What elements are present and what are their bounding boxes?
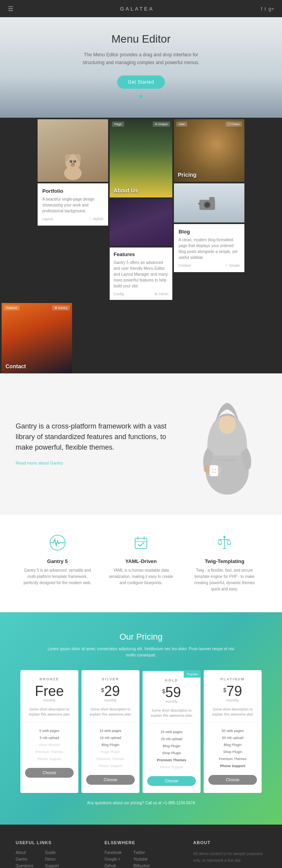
- portfolio-tag: Layout: [42, 217, 53, 221]
- svg-point-4: [67, 156, 79, 169]
- feature-twig: Twig-Templating Twig - a flexible, fast,…: [189, 534, 260, 592]
- pricing-card-bronze: BRONZE Free monthly Some short descripti…: [20, 670, 78, 793]
- hamburger-icon[interactable]: ☰: [8, 5, 13, 13]
- footer-link-twitter[interactable]: Twitter: [134, 850, 150, 855]
- twitter-icon[interactable]: t: [265, 6, 266, 12]
- svg-point-22: [215, 472, 216, 473]
- silver-plan-name: SILVER: [86, 677, 135, 681]
- features-card-title: Features: [114, 251, 168, 257]
- hero-title: Menu Editor: [8, 33, 274, 45]
- platinum-features: 50 web pages50 mb uploadBlog PluginShop …: [208, 727, 257, 769]
- bronze-plan-name: BRONZE: [25, 677, 74, 681]
- footer-link-about[interactable]: About: [16, 850, 33, 855]
- contact-gantry-tag: ⚙ Gantry: [52, 305, 70, 310]
- blog-card-title: Blog: [179, 229, 240, 235]
- svg-rect-18: [210, 465, 218, 476]
- footer-link-support[interactable]: Support: [45, 864, 59, 868]
- gold-desc: Some short description to explain this a…: [147, 708, 196, 724]
- facebook-icon[interactable]: f: [261, 6, 262, 12]
- footer-about: About All demo content is for sample pur…: [193, 840, 266, 868]
- calendar-check-icon: [106, 534, 176, 553]
- platinum-desc: Some short description to explain this a…: [208, 707, 257, 723]
- footer-link-questions[interactable]: Questions: [16, 864, 33, 868]
- bronze-period: monthly: [25, 698, 74, 702]
- footer-useful-links-title: Useful Links: [16, 840, 89, 845]
- portfolio-item-pricing[interactable]: Sale ☐ Clean Pricing: [174, 119, 244, 182]
- feature-yaml: YAML-Driven YAML is a human-readable dat…: [106, 534, 176, 592]
- platinum-plan-name: PLATINUM: [208, 677, 257, 681]
- scales-icon: [189, 534, 260, 553]
- social-icons: f t g+: [261, 6, 274, 12]
- pricing-clean-tag: ☐ Clean: [226, 122, 242, 127]
- footer-link-github[interactable]: Github: [105, 864, 122, 868]
- svg-point-16: [219, 414, 236, 434]
- pricing-description: Lorem ipsum dolor sit amet, consectetur …: [43, 646, 239, 658]
- about-unique-tag: ♦ Unique: [153, 122, 170, 127]
- svg-rect-14: [198, 203, 201, 204]
- portfolio-item-contact[interactable]: Feature ⚙ Gantry Contact: [2, 303, 72, 373]
- feature-twig-title: Twig-Templating: [189, 558, 260, 564]
- footer-link-bitbucket[interactable]: Bitbucket: [134, 864, 150, 868]
- silver-price: $29: [86, 684, 135, 698]
- hero-dot: [139, 95, 143, 98]
- portfolio-grid: Portfolio A beautiful single-page design…: [0, 118, 282, 301]
- footer-link-facebook[interactable]: Facebook: [105, 850, 122, 855]
- svg-rect-13: [209, 197, 215, 201]
- footer-links: Useful Links About Gantry Questions Guid…: [0, 825, 282, 868]
- svg-point-19: [212, 469, 214, 470]
- blog-tag: Content: [179, 264, 191, 267]
- footer-link-gantry[interactable]: Gantry: [16, 857, 33, 861]
- popular-badge: Popular: [184, 671, 201, 678]
- feature-twig-desc: Twig - a flexible, fast, and secure temp…: [189, 567, 260, 592]
- features-card-desc: Gantry 5 offers an advanced and user fri…: [114, 260, 168, 289]
- site-logo: GALATEA: [120, 6, 154, 12]
- contact-label: Contact: [5, 363, 26, 369]
- gantry-text: Gantry is a cross-platform framework wit…: [16, 421, 180, 466]
- feature-yaml-title: YAML-Driven: [106, 558, 176, 564]
- gold-choose-button[interactable]: Choose: [147, 776, 196, 786]
- features-section: Gantry 5 Gantry 5 is an advanced, versat…: [0, 514, 282, 612]
- gold-plan-name: GOLD: [147, 678, 196, 682]
- about-tag: Page: [112, 122, 124, 127]
- features-badge: ⚙ Admin: [154, 292, 168, 296]
- platinum-choose-button[interactable]: Choose: [208, 775, 257, 785]
- pricing-card-silver: SILVER $29 monthly Some short descriptio…: [81, 670, 139, 793]
- footer-about-text: All demo content is for sample purposes …: [193, 850, 266, 868]
- svg-point-20: [215, 469, 216, 470]
- portfolio-card-title: Portfolio: [42, 188, 103, 194]
- svg-point-9: [71, 163, 75, 165]
- gantry-section: Gantry is a cross-platform framework wit…: [0, 373, 282, 514]
- svg-point-8: [74, 160, 75, 161]
- pricing-tag: Sale: [176, 122, 187, 127]
- portfolio-item-dog[interactable]: [38, 119, 108, 182]
- hero-section: Menu Editor The Menu Editor provides a d…: [0, 17, 282, 118]
- gplus-icon[interactable]: g+: [268, 6, 274, 12]
- footer-link-guide[interactable]: Guide: [45, 850, 59, 855]
- pricing-card-gold: Popular GOLD $59 monthly Some short desc…: [143, 670, 201, 793]
- silver-choose-button[interactable]: Choose: [86, 775, 135, 785]
- portfolio-item-security[interactable]: [174, 183, 244, 222]
- contact-feature-tag: Feature: [4, 305, 20, 310]
- silver-period: monthly: [86, 698, 135, 702]
- pricing-label: Pricing: [178, 172, 196, 178]
- silver-features: 15 web pages15 mb uploadBlog PluginPage …: [86, 727, 135, 769]
- silver-desc: Some short description to explain this a…: [86, 707, 135, 723]
- footer-link-googleplus[interactable]: Google +: [105, 857, 122, 861]
- gold-features: 25 web pages25 mb uploadBlog PluginShop …: [147, 728, 196, 771]
- gold-period: monthly: [147, 699, 196, 703]
- portfolio-badge: ♡ Stylish: [89, 217, 103, 221]
- bronze-desc: Some short description to explain this a…: [25, 707, 74, 723]
- portfolio-item-abstract[interactable]: [110, 199, 172, 246]
- features-tag: Config: [114, 292, 124, 296]
- get-started-button[interactable]: Get Started: [117, 75, 165, 89]
- footer-useful-links: Useful Links About Gantry Questions Guid…: [16, 840, 89, 868]
- footer-link-demo[interactable]: Demo: [45, 857, 59, 861]
- gold-price: $59: [147, 685, 196, 699]
- feature-gantry5-title: Gantry 5: [22, 558, 93, 564]
- pricing-section: Our Pricing Lorem ipsum dolor sit amet, …: [0, 612, 282, 825]
- heartbeat-icon: [22, 534, 93, 553]
- gantry-read-more-link[interactable]: Read more about Gantry: [16, 461, 63, 465]
- portfolio-item-aboutus[interactable]: Page ♦ Unique About Us: [110, 119, 172, 197]
- bronze-choose-button[interactable]: Choose: [25, 768, 74, 778]
- footer-link-youtube[interactable]: Youtube: [134, 857, 150, 861]
